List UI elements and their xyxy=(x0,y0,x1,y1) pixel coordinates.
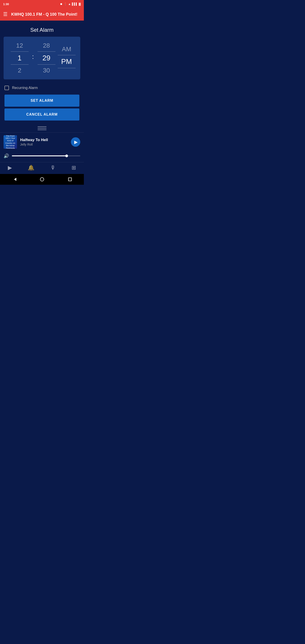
set-alarm-button[interactable]: SET ALARM xyxy=(4,94,80,107)
volume-fill xyxy=(12,156,67,156)
play-icon: ▶ xyxy=(74,139,78,145)
nav-item-grid[interactable]: ⊞ xyxy=(72,164,76,171)
ampm-divider-top xyxy=(58,55,76,55)
recents-icon xyxy=(68,178,72,181)
hour-below: 2 xyxy=(18,65,22,76)
alarm-nav-icon: 🔔 xyxy=(28,164,34,171)
ampm-column[interactable]: AM PM xyxy=(58,44,76,72)
menu-icon[interactable]: ☰ xyxy=(3,12,8,17)
battery-icon: ▓ xyxy=(79,2,81,6)
drag-line-3 xyxy=(38,130,46,130)
minute-below: 30 xyxy=(43,65,50,76)
back-icon xyxy=(12,178,16,181)
record-icon: ⏺ xyxy=(60,2,62,6)
track-info: Halfway To Hell Jelly Roll xyxy=(20,138,71,146)
track-artist: Jelly Roll xyxy=(20,143,71,146)
volume-icon: 🔊 xyxy=(4,153,9,158)
minute-divider-top xyxy=(38,52,56,52)
page-title: Set Alarm xyxy=(0,20,84,37)
nav-item-alarms[interactable]: 🔔 xyxy=(28,164,34,171)
app-bar-title: KWHQ 100.1 FM - Q 100 The Point! xyxy=(11,12,77,17)
recurring-alarm-label: Recurring Alarm xyxy=(12,86,38,90)
hour-divider-top xyxy=(11,52,28,52)
hour-above: 12 xyxy=(16,40,23,51)
ampm-divider-bottom xyxy=(58,68,76,68)
drag-handle xyxy=(0,124,84,132)
album-art: The Point 100.1 Your Kind of Country on … xyxy=(4,135,17,149)
microphone-nav-icon: 🎙 xyxy=(50,164,56,171)
recurring-alarm-row[interactable]: Recurring Alarm xyxy=(0,83,84,93)
recurring-alarm-checkbox[interactable] xyxy=(4,86,9,90)
time-picker-row: 12 1 2 : 28 29 30 AM PM xyxy=(4,40,80,76)
colon-separator: : xyxy=(31,53,35,63)
back-button[interactable] xyxy=(12,177,17,182)
status-bar: 1:30 ⏺ 📍 ▲ ▌▌▌ ▓ xyxy=(0,0,84,8)
status-icons: ⏺ 📍 ▲ ▌▌▌ ▓ xyxy=(60,2,81,6)
volume-thumb[interactable] xyxy=(65,154,68,157)
location-icon: 📍 xyxy=(64,2,67,6)
play-button[interactable]: ▶ xyxy=(71,137,80,147)
hour-column[interactable]: 12 1 2 xyxy=(8,40,31,76)
ampm-selected: PM xyxy=(61,56,72,68)
home-icon xyxy=(40,177,44,181)
minute-column[interactable]: 28 29 30 xyxy=(35,40,58,76)
minute-selected: 29 xyxy=(42,52,50,64)
time-picker[interactable]: 12 1 2 : 28 29 30 AM PM xyxy=(4,37,80,80)
hour-selected: 1 xyxy=(18,52,22,64)
play-nav-icon: ▶ xyxy=(8,164,12,171)
volume-track[interactable] xyxy=(12,156,80,156)
drag-line-1 xyxy=(38,126,46,127)
now-playing: The Point 100.1 Your Kind of Country on … xyxy=(0,132,84,152)
cancel-alarm-button[interactable]: CANCEL ALARM xyxy=(4,108,80,120)
track-title: Halfway To Hell xyxy=(20,138,71,142)
minute-above: 28 xyxy=(43,40,50,51)
system-nav-bar xyxy=(0,174,84,185)
wifi-icon: ▲ xyxy=(68,2,71,6)
volume-control[interactable]: 🔊 xyxy=(0,152,84,162)
grid-nav-icon: ⊞ xyxy=(72,164,76,171)
app-bar: ☰ KWHQ 100.1 FM - Q 100 The Point! xyxy=(0,8,84,20)
signal-icon: ▌▌▌ xyxy=(72,2,78,6)
drag-line-2 xyxy=(38,128,46,128)
status-time: 1:30 xyxy=(3,2,9,6)
home-button[interactable] xyxy=(39,177,45,182)
bottom-nav: ▶ 🔔 🎙 ⊞ xyxy=(0,162,84,174)
album-art-image: The Point 100.1 Your Kind of Country on … xyxy=(4,135,17,149)
ampm-above: AM xyxy=(62,44,71,54)
recents-button[interactable] xyxy=(67,177,73,182)
nav-item-play[interactable]: ▶ xyxy=(8,164,12,171)
nav-item-microphone[interactable]: 🎙 xyxy=(50,164,56,171)
